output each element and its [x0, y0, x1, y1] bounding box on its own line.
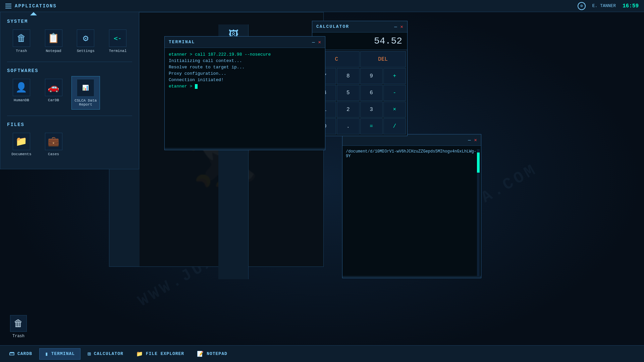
terminal-taskbar-label: TERMINAL — [51, 351, 75, 356]
notepad-minimize[interactable]: — — [468, 137, 471, 143]
terminal-line-4: Proxy configuration... — [169, 71, 321, 76]
scrollbar-thumb[interactable] — [477, 153, 480, 173]
calc-btn-6[interactable]: 6 — [360, 85, 383, 101]
clock: 16:59 — [623, 3, 639, 9]
calc-btn-minus[interactable]: - — [383, 85, 406, 101]
terminal-icon: <- — [109, 29, 126, 47]
section-files: Files — [0, 119, 139, 130]
calc-btn-equals[interactable]: = — [360, 118, 383, 134]
app-icon-cslca[interactable]: 📊 CSLCA Data Report — [71, 76, 100, 110]
terminal-prompt: etanner > — [169, 84, 321, 89]
topbar-right: ⚙ E. TANNER 16:59 — [578, 2, 639, 10]
humandb-label: HumanDB — [14, 98, 29, 102]
taskbar-item-fileexplorer[interactable]: 📁 FILE EXPLORER — [130, 348, 190, 360]
terminal-line-5: Connection initiated! — [169, 77, 321, 82]
fileexplorer-taskbar-icon: 📁 — [136, 351, 143, 357]
notepad-label: Notepad — [46, 49, 61, 53]
cases-icon: 💼 — [45, 133, 62, 150]
trash-label: Trash — [16, 49, 27, 53]
settings-icon: ⚙ — [77, 29, 94, 47]
user-icon: ⚙ — [578, 2, 586, 10]
cardb-taskbar-icon: 🗃 — [9, 351, 15, 357]
calculator-titlebar: CALCULATOR — ✕ — [312, 21, 407, 33]
notepad-close[interactable]: ✕ — [474, 137, 477, 143]
calculator-minimize[interactable]: — — [394, 24, 397, 29]
topbar: APPLICATIONS ⚙ E. TANNER 16:59 — [0, 0, 644, 12]
documents-label: Documents — [11, 152, 31, 156]
notepad-controls: — ✕ — [468, 137, 477, 143]
taskbar-item-terminal[interactable]: ▮ TERMINAL — [39, 348, 80, 360]
calc-display: 54.52 — [312, 33, 407, 50]
section-softwares: Softwares — [0, 65, 139, 76]
calculator-close[interactable]: ✕ — [400, 24, 403, 29]
cslca-label: CSLCA Data Report — [74, 99, 97, 107]
taskbar-item-notepad[interactable]: 📝 NOTEPAD — [191, 348, 233, 360]
terminal-body: etanner > call 187.222.19.98 --nosecure … — [165, 48, 325, 148]
terminal-minimize[interactable]: — — [312, 40, 315, 45]
app-icon-documents[interactable]: 📁 Documents — [7, 130, 36, 159]
calc-btn-plus[interactable]: + — [383, 68, 406, 84]
calc-btn-5[interactable]: 5 — [337, 85, 359, 101]
app-icon-cardb[interactable]: 🚗 CarDB — [39, 76, 68, 110]
app-icon-humandb[interactable]: 👤 HumanDB — [7, 76, 36, 110]
fileexplorer-taskbar-label: FILE EXPLORER — [146, 351, 184, 356]
taskbar: 🗃 CARDB ▮ TERMINAL ⊞ CALCULATOR 📁 FILE E… — [0, 345, 644, 362]
section-system: System — [0, 15, 139, 27]
calc-btn-dot[interactable]: . — [337, 118, 359, 134]
taskbar-item-cardb[interactable]: 🗃 CARDB — [3, 348, 38, 359]
calculator-taskbar-label: CALCULATOR — [94, 351, 123, 356]
desktop-trash[interactable]: 🗑 Trash — [10, 315, 27, 339]
terminal-line-1: etanner > call 187.222.19.98 --nosecure — [169, 52, 321, 57]
taskbar-item-calculator[interactable]: ⊞ CALCULATOR — [82, 348, 129, 360]
notepad-body: /document/d/10MD3rV1-wV6hJCHzuZZGepds5MI… — [342, 146, 481, 276]
app-icon-trash[interactable]: 🗑 Trash — [7, 27, 36, 56]
notepad-content: /document/d/10MD3rV1-wV6hJCHzuZZGepds5MI… — [346, 149, 476, 159]
trash-icon: 🗑 — [13, 29, 30, 47]
app-panel-arrow — [30, 12, 37, 15]
scrollbar[interactable] — [477, 149, 480, 277]
calc-btn-divide[interactable]: / — [383, 118, 406, 134]
cardb-icon: 🚗 — [45, 79, 62, 96]
app-icon-settings[interactable]: ⚙ Settings — [71, 27, 100, 56]
calc-btn-8[interactable]: 8 — [337, 68, 359, 84]
terminal-taskbar-icon: ▮ — [45, 351, 49, 357]
terminal-close[interactable]: ✕ — [318, 39, 321, 45]
humandb-icon: 👤 — [13, 79, 30, 96]
calc-btn-multiply[interactable]: × — [383, 102, 406, 118]
calculator-controls: — ✕ — [394, 24, 403, 29]
terminal-label: Terminal — [109, 49, 127, 53]
terminal-line-2: Initializing call context... — [169, 58, 321, 63]
terminal-window: TERMINAL — ✕ etanner > call 187.222.19.9… — [164, 36, 325, 150]
terminal-titlebar: TERMINAL — ✕ — [165, 37, 325, 48]
hamburger-menu[interactable] — [5, 4, 11, 8]
calculator-title: CALCULATOR — [316, 24, 349, 29]
trash-desktop-icon: 🗑 — [10, 315, 27, 332]
calc-btn-3[interactable]: 3 — [360, 102, 383, 118]
cardb-taskbar-label: CARDB — [17, 351, 32, 356]
app-icon-cases[interactable]: 💼 Cases — [39, 130, 68, 159]
calc-btn-del[interactable]: DEL — [360, 51, 406, 67]
notepad-taskbar-label: NOTEPAD — [207, 351, 227, 356]
system-icons: 🗑 Trash 📋 Notepad ⚙ Settings <- Terminal — [0, 27, 139, 59]
calc-buttons: C DEL 7 8 9 + 4 5 6 - 1 2 3 × 0 . = / — [312, 50, 407, 136]
trash-desktop-label: Trash — [12, 334, 24, 339]
terminal-line-3: Resolve route to target ip... — [169, 65, 321, 70]
calc-btn-2[interactable]: 2 — [337, 102, 359, 118]
divider-2 — [7, 116, 132, 116]
notepad-titlebar: — ✕ — [342, 134, 481, 146]
cslca-icon: 📊 — [77, 79, 94, 97]
user-name: E. TANNER — [592, 3, 616, 8]
divider-1 — [7, 62, 132, 62]
notepad-icon: 📋 — [45, 29, 62, 47]
topbar-left: APPLICATIONS — [5, 3, 57, 9]
documents-icon: 📁 — [13, 133, 30, 150]
app-panel: System 🗑 Trash 📋 Notepad ⚙ Settings <- T… — [0, 12, 139, 169]
app-title: APPLICATIONS — [15, 3, 57, 9]
app-icon-notepad[interactable]: 📋 Notepad — [39, 27, 68, 56]
app-icon-terminal[interactable]: <- Terminal — [103, 27, 132, 56]
notepad-taskbar-icon: 📝 — [197, 351, 204, 357]
calc-btn-9[interactable]: 9 — [360, 68, 383, 84]
notepad-window: — ✕ /document/d/10MD3rV1-wV6hJCHzuZZGepd… — [342, 134, 481, 278]
terminal-controls: — ✕ — [312, 39, 321, 45]
settings-label: Settings — [77, 49, 95, 53]
